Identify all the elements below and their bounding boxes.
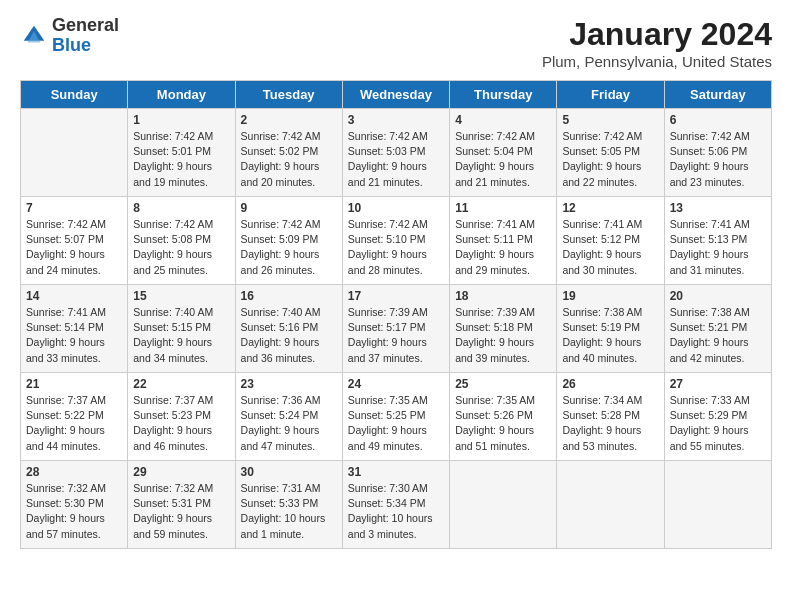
week-row-3: 14Sunrise: 7:41 AM Sunset: 5:14 PM Dayli… xyxy=(21,285,772,373)
cell-info: Sunrise: 7:42 AM Sunset: 5:04 PM Dayligh… xyxy=(455,129,551,190)
day-number: 19 xyxy=(562,289,658,303)
calendar-cell: 22Sunrise: 7:37 AM Sunset: 5:23 PM Dayli… xyxy=(128,373,235,461)
logo-general: General xyxy=(52,15,119,35)
day-number: 6 xyxy=(670,113,766,127)
calendar-cell xyxy=(21,109,128,197)
day-header-friday: Friday xyxy=(557,81,664,109)
header-row: SundayMondayTuesdayWednesdayThursdayFrid… xyxy=(21,81,772,109)
day-number: 23 xyxy=(241,377,337,391)
day-header-saturday: Saturday xyxy=(664,81,771,109)
day-number: 29 xyxy=(133,465,229,479)
calendar-cell: 3Sunrise: 7:42 AM Sunset: 5:03 PM Daylig… xyxy=(342,109,449,197)
cell-info: Sunrise: 7:37 AM Sunset: 5:23 PM Dayligh… xyxy=(133,393,229,454)
calendar-cell: 14Sunrise: 7:41 AM Sunset: 5:14 PM Dayli… xyxy=(21,285,128,373)
week-row-2: 7Sunrise: 7:42 AM Sunset: 5:07 PM Daylig… xyxy=(21,197,772,285)
day-number: 28 xyxy=(26,465,122,479)
logo: General Blue xyxy=(20,16,119,56)
week-row-1: 1Sunrise: 7:42 AM Sunset: 5:01 PM Daylig… xyxy=(21,109,772,197)
week-row-4: 21Sunrise: 7:37 AM Sunset: 5:22 PM Dayli… xyxy=(21,373,772,461)
calendar-cell: 21Sunrise: 7:37 AM Sunset: 5:22 PM Dayli… xyxy=(21,373,128,461)
day-header-monday: Monday xyxy=(128,81,235,109)
cell-info: Sunrise: 7:41 AM Sunset: 5:12 PM Dayligh… xyxy=(562,217,658,278)
day-number: 20 xyxy=(670,289,766,303)
day-number: 27 xyxy=(670,377,766,391)
day-header-tuesday: Tuesday xyxy=(235,81,342,109)
day-number: 25 xyxy=(455,377,551,391)
cell-info: Sunrise: 7:34 AM Sunset: 5:28 PM Dayligh… xyxy=(562,393,658,454)
day-number: 14 xyxy=(26,289,122,303)
cell-info: Sunrise: 7:31 AM Sunset: 5:33 PM Dayligh… xyxy=(241,481,337,542)
day-number: 3 xyxy=(348,113,444,127)
day-number: 18 xyxy=(455,289,551,303)
calendar-cell: 19Sunrise: 7:38 AM Sunset: 5:19 PM Dayli… xyxy=(557,285,664,373)
cell-info: Sunrise: 7:35 AM Sunset: 5:26 PM Dayligh… xyxy=(455,393,551,454)
cell-info: Sunrise: 7:42 AM Sunset: 5:07 PM Dayligh… xyxy=(26,217,122,278)
cell-info: Sunrise: 7:42 AM Sunset: 5:02 PM Dayligh… xyxy=(241,129,337,190)
calendar-cell: 9Sunrise: 7:42 AM Sunset: 5:09 PM Daylig… xyxy=(235,197,342,285)
cell-info: Sunrise: 7:41 AM Sunset: 5:13 PM Dayligh… xyxy=(670,217,766,278)
calendar-cell: 18Sunrise: 7:39 AM Sunset: 5:18 PM Dayli… xyxy=(450,285,557,373)
day-number: 21 xyxy=(26,377,122,391)
day-header-wednesday: Wednesday xyxy=(342,81,449,109)
calendar-cell: 7Sunrise: 7:42 AM Sunset: 5:07 PM Daylig… xyxy=(21,197,128,285)
cell-info: Sunrise: 7:41 AM Sunset: 5:11 PM Dayligh… xyxy=(455,217,551,278)
cell-info: Sunrise: 7:42 AM Sunset: 5:01 PM Dayligh… xyxy=(133,129,229,190)
day-number: 31 xyxy=(348,465,444,479)
day-number: 24 xyxy=(348,377,444,391)
calendar-cell: 24Sunrise: 7:35 AM Sunset: 5:25 PM Dayli… xyxy=(342,373,449,461)
day-number: 11 xyxy=(455,201,551,215)
day-number: 15 xyxy=(133,289,229,303)
calendar-cell: 26Sunrise: 7:34 AM Sunset: 5:28 PM Dayli… xyxy=(557,373,664,461)
calendar-table: SundayMondayTuesdayWednesdayThursdayFrid… xyxy=(20,80,772,549)
day-number: 17 xyxy=(348,289,444,303)
day-number: 9 xyxy=(241,201,337,215)
day-number: 2 xyxy=(241,113,337,127)
cell-info: Sunrise: 7:42 AM Sunset: 5:09 PM Dayligh… xyxy=(241,217,337,278)
cell-info: Sunrise: 7:42 AM Sunset: 5:10 PM Dayligh… xyxy=(348,217,444,278)
calendar-cell: 8Sunrise: 7:42 AM Sunset: 5:08 PM Daylig… xyxy=(128,197,235,285)
cell-info: Sunrise: 7:40 AM Sunset: 5:15 PM Dayligh… xyxy=(133,305,229,366)
cell-info: Sunrise: 7:35 AM Sunset: 5:25 PM Dayligh… xyxy=(348,393,444,454)
cell-info: Sunrise: 7:32 AM Sunset: 5:31 PM Dayligh… xyxy=(133,481,229,542)
cell-info: Sunrise: 7:42 AM Sunset: 5:03 PM Dayligh… xyxy=(348,129,444,190)
logo-blue: Blue xyxy=(52,35,91,55)
day-number: 1 xyxy=(133,113,229,127)
calendar-cell: 12Sunrise: 7:41 AM Sunset: 5:12 PM Dayli… xyxy=(557,197,664,285)
calendar-cell: 16Sunrise: 7:40 AM Sunset: 5:16 PM Dayli… xyxy=(235,285,342,373)
calendar-cell: 27Sunrise: 7:33 AM Sunset: 5:29 PM Dayli… xyxy=(664,373,771,461)
calendar-cell: 15Sunrise: 7:40 AM Sunset: 5:15 PM Dayli… xyxy=(128,285,235,373)
calendar-header: SundayMondayTuesdayWednesdayThursdayFrid… xyxy=(21,81,772,109)
calendar-cell: 29Sunrise: 7:32 AM Sunset: 5:31 PM Dayli… xyxy=(128,461,235,549)
day-number: 7 xyxy=(26,201,122,215)
calendar-cell: 13Sunrise: 7:41 AM Sunset: 5:13 PM Dayli… xyxy=(664,197,771,285)
calendar-cell: 5Sunrise: 7:42 AM Sunset: 5:05 PM Daylig… xyxy=(557,109,664,197)
cell-info: Sunrise: 7:40 AM Sunset: 5:16 PM Dayligh… xyxy=(241,305,337,366)
calendar-cell xyxy=(664,461,771,549)
calendar-cell: 30Sunrise: 7:31 AM Sunset: 5:33 PM Dayli… xyxy=(235,461,342,549)
cell-info: Sunrise: 7:42 AM Sunset: 5:05 PM Dayligh… xyxy=(562,129,658,190)
cell-info: Sunrise: 7:32 AM Sunset: 5:30 PM Dayligh… xyxy=(26,481,122,542)
calendar-cell: 25Sunrise: 7:35 AM Sunset: 5:26 PM Dayli… xyxy=(450,373,557,461)
calendar-cell: 31Sunrise: 7:30 AM Sunset: 5:34 PM Dayli… xyxy=(342,461,449,549)
logo-text: General Blue xyxy=(52,16,119,56)
day-number: 26 xyxy=(562,377,658,391)
cell-info: Sunrise: 7:38 AM Sunset: 5:21 PM Dayligh… xyxy=(670,305,766,366)
cell-info: Sunrise: 7:41 AM Sunset: 5:14 PM Dayligh… xyxy=(26,305,122,366)
day-number: 8 xyxy=(133,201,229,215)
calendar-cell: 1Sunrise: 7:42 AM Sunset: 5:01 PM Daylig… xyxy=(128,109,235,197)
cell-info: Sunrise: 7:30 AM Sunset: 5:34 PM Dayligh… xyxy=(348,481,444,542)
location: Plum, Pennsylvania, United States xyxy=(542,53,772,70)
calendar-cell xyxy=(450,461,557,549)
day-number: 12 xyxy=(562,201,658,215)
page-header: General Blue January 2024 Plum, Pennsylv… xyxy=(20,16,772,70)
calendar-cell: 2Sunrise: 7:42 AM Sunset: 5:02 PM Daylig… xyxy=(235,109,342,197)
calendar-cell: 4Sunrise: 7:42 AM Sunset: 5:04 PM Daylig… xyxy=(450,109,557,197)
cell-info: Sunrise: 7:42 AM Sunset: 5:06 PM Dayligh… xyxy=(670,129,766,190)
calendar-body: 1Sunrise: 7:42 AM Sunset: 5:01 PM Daylig… xyxy=(21,109,772,549)
title-block: January 2024 Plum, Pennsylvania, United … xyxy=(542,16,772,70)
logo-icon xyxy=(20,22,48,50)
cell-info: Sunrise: 7:39 AM Sunset: 5:17 PM Dayligh… xyxy=(348,305,444,366)
calendar-cell: 28Sunrise: 7:32 AM Sunset: 5:30 PM Dayli… xyxy=(21,461,128,549)
week-row-5: 28Sunrise: 7:32 AM Sunset: 5:30 PM Dayli… xyxy=(21,461,772,549)
calendar-cell: 10Sunrise: 7:42 AM Sunset: 5:10 PM Dayli… xyxy=(342,197,449,285)
